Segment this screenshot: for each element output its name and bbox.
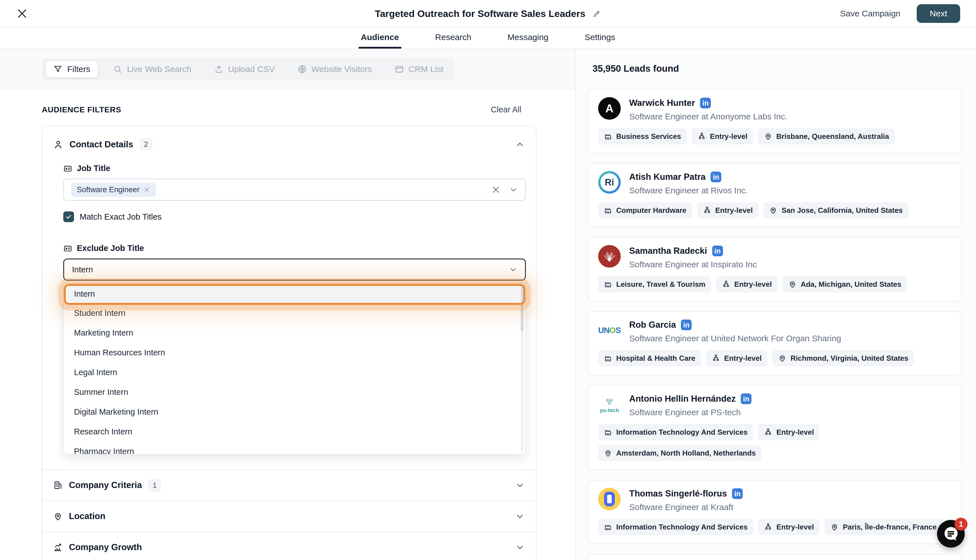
match-exact-label: Match Exact Job Titles: [80, 212, 162, 222]
linkedin-icon[interactable]: in: [711, 172, 721, 182]
linkedin-icon[interactable]: in: [712, 245, 723, 256]
map-pin-icon: [764, 132, 772, 140]
location-tag: Richmond, Virginia, United States: [772, 350, 914, 367]
section-company-criteria[interactable]: Company Criteria 1: [42, 469, 536, 500]
section-contact-details[interactable]: Contact Details 2: [42, 126, 536, 151]
dropdown-option-summer-intern[interactable]: Summer Intern: [64, 382, 525, 402]
filter-count-badge: 2: [140, 138, 152, 151]
chevron-down-icon[interactable]: [509, 185, 518, 194]
dropdown-option-marketing-intern[interactable]: Marketing Intern: [64, 323, 525, 343]
dropdown-option-human-resources-intern[interactable]: Human Resources Intern: [64, 343, 525, 362]
industry-tag: Leisure, Travel & Tourism: [598, 276, 711, 292]
job-title-select[interactable]: Software Engineer: [63, 179, 526, 201]
lead-card[interactable]: ps-tech Antonio Hellín Hernández in Soft…: [587, 385, 962, 470]
dropdown-scrollbar-thumb[interactable]: [521, 286, 524, 332]
match-exact-row[interactable]: Match Exact Job Titles: [63, 212, 526, 222]
industry-icon: [604, 354, 612, 362]
lead-card-head: UNOS Rob Garcia in Software Engineer at …: [598, 319, 951, 343]
edit-pencil-icon[interactable]: [592, 9, 601, 18]
toolbar-item-label: Live Web Search: [127, 64, 192, 74]
topbar-actions: Save Campaign Next: [840, 4, 960, 23]
tab-audience[interactable]: Audience: [359, 28, 401, 48]
avatar-unos-logo: UNOS: [598, 319, 621, 342]
top-bar: Targeted Outreach for Software Sales Lea…: [0, 0, 976, 28]
filter-count-badge: 1: [148, 479, 161, 492]
tab-messaging[interactable]: Messaging: [505, 28, 551, 48]
lead-card-head: ps-tech Antonio Hellín Hernández in Soft…: [598, 393, 951, 417]
map-pin-icon: [604, 449, 612, 457]
lead-card[interactable]: Evan Babb in: [587, 554, 962, 560]
filters-card: Contact Details 2 Job Title Software Eng…: [42, 126, 537, 560]
avatar-initial: A: [606, 102, 614, 115]
industry-tag: Information Technology And Services: [598, 519, 753, 535]
toolbar-item-label: Filters: [67, 64, 90, 74]
select-controls: [491, 185, 518, 194]
tab-settings[interactable]: Settings: [582, 28, 617, 48]
lead-card[interactable]: Ri Atish Kumar Patra in Software Enginee…: [587, 163, 962, 228]
clear-selection-icon[interactable]: [491, 185, 501, 194]
close-icon[interactable]: [16, 7, 28, 20]
clear-all-button[interactable]: Clear All: [491, 105, 521, 114]
match-exact-checkbox[interactable]: [63, 212, 74, 222]
dropdown-option-student-intern[interactable]: Student Intern: [64, 303, 525, 323]
exclude-job-title-input-box[interactable]: [63, 258, 526, 280]
industry-tag: Business Services: [598, 128, 687, 145]
toolbar-item-filters[interactable]: Filters: [46, 61, 98, 77]
lead-card[interactable]: Thomas Singerlé-florus in Software Engin…: [587, 480, 962, 544]
lead-name: Rob Garcia: [629, 320, 676, 330]
leads-found-count: 35,950 Leads found: [592, 63, 962, 74]
linkedin-icon[interactable]: in: [681, 320, 692, 330]
map-pin-icon: [830, 523, 839, 531]
lead-card-head: Ri Atish Kumar Patra in Software Enginee…: [598, 171, 951, 195]
location-tag: San Jose, California, United States: [763, 202, 908, 218]
section-company-growth[interactable]: Company Growth: [42, 532, 536, 560]
lead-card-head: Samantha Radecki in Software Engineer at…: [598, 245, 951, 269]
section-location[interactable]: Location: [42, 500, 536, 532]
chevron-down-icon[interactable]: [509, 265, 518, 274]
page-title: Targeted Outreach for Software Sales Lea…: [375, 8, 586, 19]
dropdown-option-pharmacy-intern[interactable]: Pharmacy Intern: [64, 442, 525, 455]
lead-card[interactable]: UNOS Rob Garcia in Software Engineer at …: [587, 311, 962, 375]
chevron-down-icon[interactable]: [515, 480, 525, 490]
toolbar-item-live-web-search[interactable]: Live Web Search: [106, 61, 199, 77]
avatar-kraaft-logo: [598, 488, 621, 510]
toolbar-item-upload-csv[interactable]: Upload CSV: [207, 61, 282, 77]
id-card-icon: [63, 164, 72, 173]
chevron-up-icon[interactable]: [515, 140, 525, 149]
lead-cards-list: A Warwick Hunter in Software Engineer at…: [587, 89, 962, 560]
industry-tag: Computer Hardware: [598, 202, 692, 218]
chevron-down-icon[interactable]: [515, 542, 525, 552]
lead-subtitle: Software Engineer at Rivos Inc.: [629, 186, 748, 195]
chevron-down-icon[interactable]: [515, 512, 525, 521]
tab-research[interactable]: Research: [433, 28, 474, 48]
dropdown-option-legal-intern[interactable]: Legal Intern: [64, 362, 525, 382]
lead-card[interactable]: Samantha Radecki in Software Engineer at…: [587, 237, 962, 302]
toolbar-item-website-visitors[interactable]: Website Visitors: [290, 61, 379, 77]
save-campaign-button[interactable]: Save Campaign: [840, 9, 900, 18]
chat-launcher-button[interactable]: 1: [937, 520, 965, 548]
lead-card[interactable]: A Warwick Hunter in Software Engineer at…: [587, 89, 962, 153]
dropdown-option-research-intern[interactable]: Research Intern: [64, 422, 525, 442]
lead-tags: Information Technology And Services Entr…: [598, 424, 951, 461]
select-controls: [509, 265, 518, 274]
linkedin-icon[interactable]: in: [741, 393, 751, 404]
dropdown-option-digital-marketing-intern[interactable]: Digital Marketing Intern: [64, 402, 525, 422]
seniority-icon: [722, 280, 730, 288]
linkedin-icon[interactable]: in: [700, 98, 711, 108]
dropdown-option-intern[interactable]: Intern: [67, 285, 522, 303]
toolbar-item-crm-list[interactable]: CRM List: [387, 61, 451, 77]
chip-remove-icon[interactable]: [143, 186, 150, 193]
toolbar-item-label: CRM List: [409, 64, 444, 74]
section-label: Company Criteria: [69, 480, 142, 490]
lead-identity: Rob Garcia in Software Engineer at Unite…: [629, 319, 841, 343]
job-title-chip[interactable]: Software Engineer: [71, 183, 156, 197]
next-button[interactable]: Next: [917, 4, 960, 23]
chat-notification-badge: 1: [954, 518, 968, 531]
leads-panel: 35,950 Leads found A Warwick Hunter in S…: [576, 49, 976, 560]
lead-card-head: A Warwick Hunter in Software Engineer at…: [598, 97, 951, 122]
lead-subtitle: Software Engineer at PS-tech: [629, 408, 751, 417]
person-icon: [53, 140, 63, 150]
linkedin-icon[interactable]: in: [732, 488, 743, 499]
lead-card-head: Thomas Singerlé-florus in Software Engin…: [598, 488, 951, 512]
exclude-job-title-input[interactable]: [72, 265, 509, 275]
